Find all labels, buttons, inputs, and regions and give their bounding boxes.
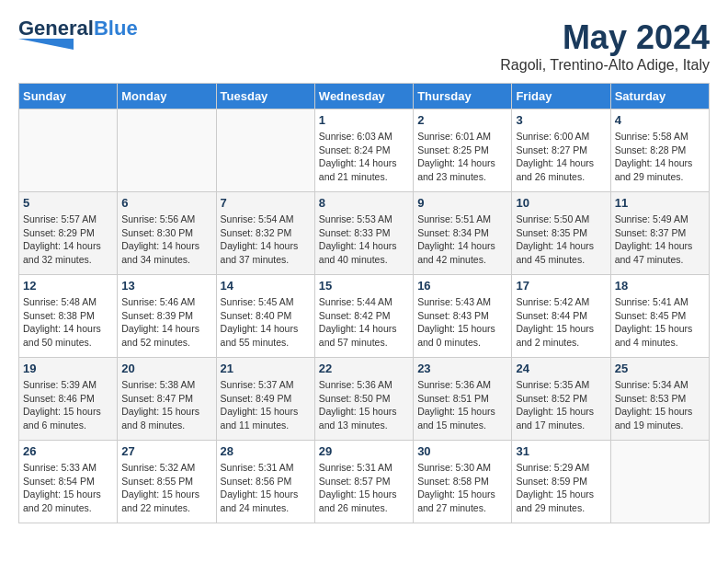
day-number: 11 [615, 196, 705, 210]
day-info: Sunrise: 5:31 AM Sunset: 8:56 PM Dayligh… [221, 461, 311, 515]
day-info: Sunrise: 5:58 AM Sunset: 8:28 PM Dayligh… [615, 130, 705, 184]
day-info: Sunrise: 5:56 AM Sunset: 8:30 PM Dayligh… [121, 213, 211, 267]
day-info: Sunrise: 5:44 AM Sunset: 8:42 PM Dayligh… [319, 295, 409, 350]
calendar-cell [610, 441, 709, 523]
calendar-cell: 29Sunrise: 5:31 AM Sunset: 8:57 PM Dayli… [314, 441, 413, 523]
calendar-cell: 12Sunrise: 5:48 AM Sunset: 8:38 PM Dayli… [19, 275, 118, 358]
day-info: Sunrise: 5:54 AM Sunset: 8:32 PM Dayligh… [221, 213, 311, 267]
calendar-week-row: 1Sunrise: 6:03 AM Sunset: 8:24 PM Daylig… [19, 109, 710, 192]
day-number: 22 [319, 362, 409, 375]
day-number: 6 [121, 196, 211, 210]
day-number: 4 [615, 113, 705, 127]
day-info: Sunrise: 5:36 AM Sunset: 8:50 PM Dayligh… [319, 378, 409, 432]
day-number: 1 [319, 113, 409, 127]
day-header-tuesday: Tuesday [216, 84, 314, 109]
calendar-cell: 20Sunrise: 5:38 AM Sunset: 8:47 PM Dayli… [118, 358, 216, 441]
svg-marker-0 [18, 39, 74, 50]
day-number: 2 [417, 113, 507, 127]
day-info: Sunrise: 5:31 AM Sunset: 8:57 PM Dayligh… [319, 461, 409, 515]
calendar-cell: 26Sunrise: 5:33 AM Sunset: 8:54 PM Dayli… [19, 441, 118, 523]
calendar-cell: 25Sunrise: 5:34 AM Sunset: 8:53 PM Dayli… [610, 358, 709, 441]
calendar-cell: 21Sunrise: 5:37 AM Sunset: 8:49 PM Dayli… [216, 358, 314, 441]
calendar-cell [118, 109, 216, 192]
day-number: 28 [221, 444, 311, 458]
day-number: 24 [516, 362, 606, 375]
calendar-cell: 9Sunrise: 5:51 AM Sunset: 8:34 PM Daylig… [414, 192, 512, 275]
day-info: Sunrise: 5:49 AM Sunset: 8:37 PM Dayligh… [615, 213, 705, 267]
day-header-monday: Monday [118, 84, 216, 109]
day-number: 19 [23, 362, 113, 375]
calendar-cell: 16Sunrise: 5:43 AM Sunset: 8:43 PM Dayli… [414, 275, 512, 358]
day-info: Sunrise: 5:51 AM Sunset: 8:34 PM Dayligh… [417, 213, 507, 267]
day-number: 12 [23, 279, 113, 293]
calendar-cell: 27Sunrise: 5:32 AM Sunset: 8:55 PM Dayli… [118, 441, 216, 523]
day-info: Sunrise: 5:43 AM Sunset: 8:43 PM Dayligh… [417, 295, 507, 350]
calendar-cell: 18Sunrise: 5:41 AM Sunset: 8:45 PM Dayli… [610, 275, 709, 358]
calendar-cell [216, 109, 314, 192]
calendar-cell: 24Sunrise: 5:35 AM Sunset: 8:52 PM Dayli… [512, 358, 610, 441]
day-header-sunday: Sunday [19, 84, 118, 109]
logo-text: GeneralBlue [18, 18, 138, 39]
calendar-cell: 15Sunrise: 5:44 AM Sunset: 8:42 PM Dayli… [314, 275, 413, 358]
calendar-cell: 17Sunrise: 5:42 AM Sunset: 8:44 PM Dayli… [512, 275, 610, 358]
calendar-cell: 31Sunrise: 5:29 AM Sunset: 8:59 PM Dayli… [512, 441, 610, 523]
logo-icon [18, 39, 74, 50]
day-number: 7 [221, 196, 311, 210]
calendar-cell: 13Sunrise: 5:46 AM Sunset: 8:39 PM Dayli… [118, 275, 216, 358]
day-info: Sunrise: 5:41 AM Sunset: 8:45 PM Dayligh… [615, 295, 705, 350]
day-info: Sunrise: 5:37 AM Sunset: 8:49 PM Dayligh… [221, 378, 311, 432]
day-info: Sunrise: 5:34 AM Sunset: 8:53 PM Dayligh… [615, 378, 705, 432]
calendar-cell: 14Sunrise: 5:45 AM Sunset: 8:40 PM Dayli… [216, 275, 314, 358]
day-number: 16 [417, 279, 507, 293]
month-title: May 2024 [500, 18, 710, 57]
logo: GeneralBlue [18, 18, 138, 50]
calendar-cell: 22Sunrise: 5:36 AM Sunset: 8:50 PM Dayli… [314, 358, 413, 441]
calendar-cell: 10Sunrise: 5:50 AM Sunset: 8:35 PM Dayli… [512, 192, 610, 275]
calendar-cell: 3Sunrise: 6:00 AM Sunset: 8:27 PM Daylig… [512, 109, 610, 192]
calendar-cell: 1Sunrise: 6:03 AM Sunset: 8:24 PM Daylig… [314, 109, 413, 192]
day-number: 31 [516, 444, 606, 458]
day-number: 10 [516, 196, 606, 210]
day-number: 25 [615, 362, 705, 375]
day-info: Sunrise: 5:36 AM Sunset: 8:51 PM Dayligh… [417, 378, 507, 432]
day-info: Sunrise: 5:48 AM Sunset: 8:38 PM Dayligh… [23, 295, 113, 350]
day-number: 29 [319, 444, 409, 458]
day-number: 21 [221, 362, 311, 375]
day-number: 3 [516, 113, 606, 127]
day-info: Sunrise: 5:39 AM Sunset: 8:46 PM Dayligh… [23, 378, 113, 432]
day-number: 18 [615, 279, 705, 293]
calendar-cell: 8Sunrise: 5:53 AM Sunset: 8:33 PM Daylig… [314, 192, 413, 275]
day-number: 9 [417, 196, 507, 210]
day-number: 27 [121, 444, 211, 458]
calendar-cell: 4Sunrise: 5:58 AM Sunset: 8:28 PM Daylig… [610, 109, 709, 192]
day-number: 14 [221, 279, 311, 293]
day-header-wednesday: Wednesday [314, 84, 413, 109]
day-info: Sunrise: 5:32 AM Sunset: 8:55 PM Dayligh… [121, 461, 211, 515]
page-header: GeneralBlue May 2024 Ragoli, Trentino-Al… [18, 18, 710, 74]
day-info: Sunrise: 6:01 AM Sunset: 8:25 PM Dayligh… [417, 130, 507, 184]
calendar-cell: 7Sunrise: 5:54 AM Sunset: 8:32 PM Daylig… [216, 192, 314, 275]
calendar-cell: 6Sunrise: 5:56 AM Sunset: 8:30 PM Daylig… [118, 192, 216, 275]
calendar-cell: 23Sunrise: 5:36 AM Sunset: 8:51 PM Dayli… [414, 358, 512, 441]
day-number: 20 [121, 362, 211, 375]
calendar-cell: 30Sunrise: 5:30 AM Sunset: 8:58 PM Dayli… [414, 441, 512, 523]
day-info: Sunrise: 5:35 AM Sunset: 8:52 PM Dayligh… [516, 378, 606, 432]
day-number: 13 [121, 279, 211, 293]
day-info: Sunrise: 5:46 AM Sunset: 8:39 PM Dayligh… [121, 295, 211, 350]
day-info: Sunrise: 5:33 AM Sunset: 8:54 PM Dayligh… [23, 461, 113, 515]
day-info: Sunrise: 5:29 AM Sunset: 8:59 PM Dayligh… [516, 461, 606, 515]
calendar-table: SundayMondayTuesdayWednesdayThursdayFrid… [18, 83, 710, 523]
calendar-week-row: 26Sunrise: 5:33 AM Sunset: 8:54 PM Dayli… [19, 441, 710, 523]
calendar-cell [19, 109, 118, 192]
calendar-header-row: SundayMondayTuesdayWednesdayThursdayFrid… [19, 84, 710, 109]
day-number: 5 [23, 196, 113, 210]
calendar-cell: 28Sunrise: 5:31 AM Sunset: 8:56 PM Dayli… [216, 441, 314, 523]
day-header-saturday: Saturday [610, 84, 709, 109]
title-section: May 2024 Ragoli, Trentino-Alto Adige, It… [500, 18, 710, 74]
day-number: 15 [319, 279, 409, 293]
day-info: Sunrise: 5:42 AM Sunset: 8:44 PM Dayligh… [516, 295, 606, 350]
calendar-cell: 2Sunrise: 6:01 AM Sunset: 8:25 PM Daylig… [414, 109, 512, 192]
calendar-cell: 5Sunrise: 5:57 AM Sunset: 8:29 PM Daylig… [19, 192, 118, 275]
day-header-friday: Friday [512, 84, 610, 109]
calendar-week-row: 12Sunrise: 5:48 AM Sunset: 8:38 PM Dayli… [19, 275, 710, 358]
